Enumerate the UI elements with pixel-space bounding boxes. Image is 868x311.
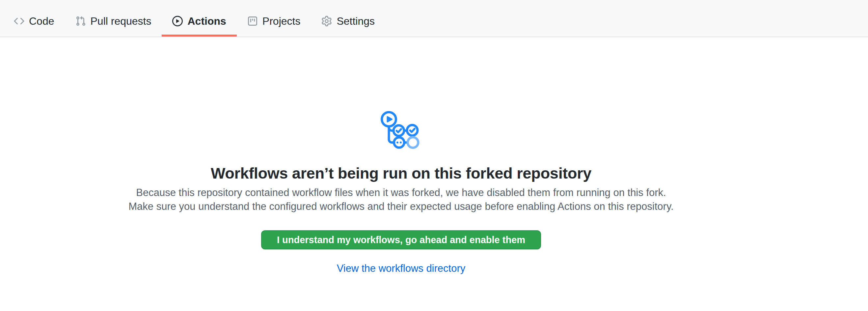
tab-label: Code	[29, 16, 54, 26]
blankslate-description: Because this repository contained workfl…	[128, 186, 674, 214]
code-icon	[14, 16, 24, 26]
actions-blankslate: Workflows aren’t being run on this forke…	[0, 110, 802, 274]
tab-code[interactable]: Code	[3, 5, 65, 37]
page-title: Workflows aren’t being run on this forke…	[0, 165, 802, 182]
tab-label: Settings	[337, 16, 375, 26]
gear-icon	[321, 16, 332, 26]
enable-workflows-button[interactable]: I understand my workflows, go ahead and …	[261, 230, 541, 249]
tab-projects[interactable]: Projects	[237, 5, 311, 37]
view-workflows-directory-link[interactable]: View the workflows directory	[337, 262, 466, 274]
tab-label: Actions	[187, 16, 226, 26]
git-pull-request-icon	[75, 16, 86, 26]
tab-actions[interactable]: Actions	[162, 5, 237, 37]
project-board-icon	[247, 16, 258, 26]
workflows-link-row: View the workflows directory	[0, 262, 802, 274]
workflow-graph-icon	[380, 110, 422, 152]
enable-button-row: I understand my workflows, go ahead and …	[0, 214, 802, 249]
tab-settings[interactable]: Settings	[311, 5, 385, 37]
tab-label: Pull requests	[91, 16, 152, 26]
tab-pull-requests[interactable]: Pull requests	[65, 5, 162, 37]
tab-label: Projects	[262, 16, 301, 26]
play-circle-icon	[172, 16, 183, 26]
repo-nav: Code Pull requests Actions Projects Sett…	[0, 0, 868, 37]
